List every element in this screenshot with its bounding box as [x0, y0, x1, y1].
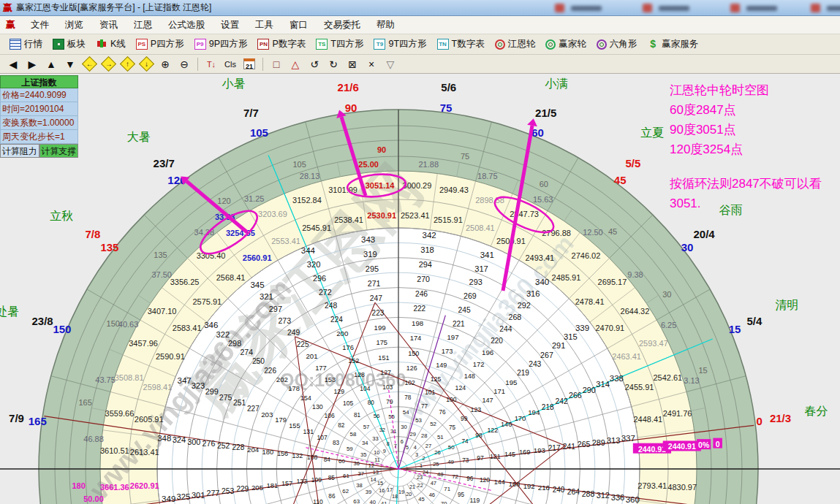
svg-text:105: 105: [250, 126, 268, 139]
toolbar-button-K线[interactable]: K线: [91, 35, 131, 53]
toolbar-button-行情[interactable]: 行情: [4, 35, 48, 53]
svg-text:246: 246: [415, 290, 428, 298]
toolbar-button-T数字表[interactable]: TNT数字表: [432, 35, 490, 53]
svg-text:83: 83: [333, 440, 340, 446]
triangle-tool-icon: △: [292, 58, 300, 70]
window-title: 赢家江恩专业版[赢家服务平台] - [上证指数 江恩轮]: [16, 1, 211, 14]
svg-text:294: 294: [419, 260, 432, 269]
menu-item-4[interactable]: 公式选股: [160, 17, 213, 34]
menu-item-2[interactable]: 资讯: [91, 17, 126, 34]
svg-text:338: 338: [610, 374, 624, 383]
svg-text:269: 269: [463, 291, 477, 300]
svg-text:109: 109: [311, 476, 322, 484]
cls-button[interactable]: Cls: [222, 56, 239, 72]
svg-text:85: 85: [328, 475, 336, 481]
svg-text:12.50: 12.50: [583, 228, 603, 237]
svg-text:15.63: 15.63: [533, 195, 553, 204]
next-button[interactable]: ▶: [23, 56, 41, 72]
svg-text:18: 18: [392, 493, 398, 500]
svg-text:321: 321: [260, 292, 273, 301]
calc-support-button[interactable]: 计算支撑: [39, 144, 79, 158]
svg-text:2470.91: 2470.91: [595, 324, 624, 332]
toolbar-button-9P四方形[interactable]: P99P四方形: [189, 35, 253, 53]
diamond-right-button[interactable]: →: [99, 56, 117, 72]
svg-text:61: 61: [343, 473, 349, 479]
svg-text:222: 222: [414, 305, 426, 313]
annotation-line: 江恩轮中轮时空图: [670, 80, 839, 100]
t-arrow-button[interactable]: T↓: [203, 56, 220, 72]
svg-text:57: 57: [363, 424, 370, 430]
toolbar-button-赢家轮[interactable]: 赢家轮: [540, 35, 591, 53]
menu-item-7[interactable]: 窗口: [281, 17, 316, 34]
up-button[interactable]: ▲: [42, 56, 60, 72]
cross-tool-button[interactable]: ×: [363, 56, 380, 72]
zoom-in-button[interactable]: ⊕: [156, 56, 174, 72]
toolbar-button-T四方形[interactable]: TST四方形: [311, 35, 368, 53]
svg-text:337: 337: [621, 434, 635, 443]
menu-item-9[interactable]: 帮助: [368, 17, 403, 34]
svg-text:30: 30: [401, 424, 406, 430]
info-row-0: 价格=2440.9099: [0, 88, 78, 102]
calendar-button[interactable]: 21: [241, 56, 258, 72]
toolbar-button-9T四方形[interactable]: T99T四方形: [368, 35, 431, 53]
menu-item-0[interactable]: 文件: [23, 17, 57, 34]
rotate-cw-button[interactable]: ↻: [325, 56, 342, 72]
badge-icon: PN: [257, 39, 269, 50]
toolbar-button-赢家服务[interactable]: $赢家服务: [642, 35, 703, 53]
svg-text:70: 70: [441, 500, 447, 504]
zoom-out-button[interactable]: ⊖: [175, 56, 193, 72]
svg-text:360: 360: [626, 495, 640, 504]
annotation-line: 120度3254点: [670, 140, 839, 159]
svg-text:224: 224: [330, 316, 343, 324]
diamond-up-button[interactable]: ↑: [118, 56, 136, 72]
svg-text:77: 77: [421, 403, 428, 410]
svg-text:53: 53: [415, 417, 422, 424]
svg-text:2568.41: 2568.41: [216, 273, 246, 282]
svg-text:96: 96: [466, 476, 474, 482]
svg-text:7/9: 7/9: [9, 412, 24, 424]
square-tool-button[interactable]: □: [268, 56, 285, 72]
calendar-icon: 21: [243, 58, 255, 69]
down-button[interactable]: ▼: [61, 56, 79, 72]
calc-resistance-button[interactable]: 计算阻力: [0, 144, 39, 158]
svg-text:11: 11: [374, 457, 380, 463]
menu-item-6[interactable]: 工具: [247, 17, 281, 34]
menu-item-5[interactable]: 设置: [213, 17, 247, 34]
title-bar: 赢 赢家江恩专业版[赢家服务平台] - [上证指数 江恩轮]: [0, 0, 840, 16]
funnel-tool-button[interactable]: ▽: [382, 56, 399, 72]
svg-text:180: 180: [262, 448, 274, 456]
svg-text:15: 15: [729, 323, 741, 335]
prev-button[interactable]: ◀: [4, 56, 22, 72]
svg-text:3051.14: 3051.14: [366, 181, 396, 190]
svg-text:20/4: 20/4: [693, 228, 715, 240]
badge-icon: T9: [374, 39, 385, 50]
annotation-line: 按循环法则2847不破可以看: [670, 174, 839, 194]
menu-item-3[interactable]: 江恩: [126, 17, 160, 34]
svg-text:150: 150: [107, 319, 120, 328]
svg-text:145: 145: [504, 451, 515, 458]
toolbar-button-P四方形[interactable]: PSP四方形: [131, 35, 189, 53]
expand-tool-button[interactable]: ⊠: [344, 56, 361, 72]
svg-text:219: 219: [517, 369, 529, 377]
svg-text:320: 320: [307, 260, 321, 269]
svg-text:60: 60: [540, 180, 548, 188]
svg-text:40.63: 40.63: [118, 320, 139, 329]
rotate-ccw-button[interactable]: ↺: [306, 56, 323, 72]
svg-text:2598.41: 2598.41: [143, 383, 173, 392]
diamond-left-button[interactable]: ←: [80, 56, 98, 72]
svg-text:7/8: 7/8: [85, 228, 100, 240]
svg-text:172: 172: [473, 360, 485, 368]
toolbar-button-板块[interactable]: 板块: [48, 35, 91, 53]
menu-item-8[interactable]: 交易委托: [316, 17, 368, 34]
toolbar-button-P数字表[interactable]: PNP数字表: [252, 35, 311, 53]
svg-text:170: 170: [515, 414, 526, 422]
triangle-tool-button[interactable]: △: [287, 56, 304, 72]
menu-item-1[interactable]: 浏览: [57, 17, 91, 34]
svg-text:15: 15: [698, 366, 707, 375]
toolbar-button-六角形[interactable]: 六角形: [591, 35, 643, 53]
svg-text:清明: 清明: [775, 299, 798, 311]
svg-text:55: 55: [388, 413, 395, 420]
svg-text:30: 30: [681, 241, 694, 253]
diamond-down-button[interactable]: ↓: [137, 56, 155, 72]
toolbar-button-江恩轮[interactable]: 江恩轮: [490, 35, 541, 53]
